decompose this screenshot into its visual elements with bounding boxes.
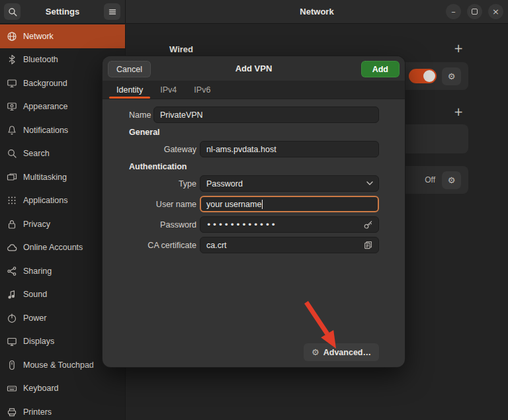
username-value: your username: [206, 200, 261, 209]
sidebar-item-label: Multitasking: [23, 173, 67, 182]
close-button[interactable]: ×: [488, 4, 503, 19]
main-menu-button[interactable]: [104, 3, 120, 20]
sidebar-item-label: Notifications: [23, 126, 68, 135]
hamburger-menu-icon: [108, 7, 117, 17]
tab-identity[interactable]: Identity: [108, 81, 151, 99]
sidebar-item-label: Online Accounts: [23, 243, 83, 252]
sidebar-item-label: Displays: [23, 337, 54, 346]
name-value: PrivateVPN: [160, 110, 203, 120]
advanced-button[interactable]: ⚙ Advanced…: [304, 343, 379, 361]
password-value: ••••••••••••: [206, 220, 276, 230]
gear-icon: ⚙: [312, 348, 319, 357]
wired-section-heading: Wired: [169, 44, 193, 54]
general-section-heading: General: [129, 128, 379, 137]
sidebar-item-keyboard[interactable]: Keyboard: [0, 377, 125, 401]
header-right: Network – ×: [126, 0, 508, 23]
close-icon: ×: [492, 7, 499, 16]
name-input[interactable]: PrivateVPN: [153, 106, 379, 123]
proxy-settings-button[interactable]: ⚙: [442, 171, 461, 189]
header-left: Settings: [0, 0, 126, 23]
cancel-button[interactable]: Cancel: [108, 61, 151, 77]
text-cursor: [262, 200, 263, 209]
authentication-section-heading: Authentication: [129, 162, 379, 171]
globe-icon: [7, 31, 17, 42]
sidebar-item-network[interactable]: Network: [0, 24, 125, 48]
maximize-icon: [472, 9, 478, 15]
monitor-icon: [7, 78, 17, 89]
password-label: Password: [129, 220, 196, 230]
toggle-knob: [423, 70, 435, 82]
name-label: Name: [129, 110, 150, 120]
sidebar-item-label: Power: [23, 314, 46, 323]
printer-icon: [7, 407, 17, 417]
minimize-icon: –: [451, 7, 456, 16]
gateway-value: nl-ams.pvdata.host: [206, 145, 276, 154]
lock-icon: [7, 219, 17, 230]
sidebar-item-label: Background: [23, 79, 67, 88]
ca-certificate-picker[interactable]: ca.crt: [200, 237, 379, 253]
mouse-icon: [7, 360, 17, 370]
add-wired-connection-icon[interactable]: +: [454, 43, 463, 54]
ca-certificate-value: ca.crt: [206, 241, 227, 250]
share-icon: [7, 266, 17, 276]
wired-settings-button[interactable]: ⚙: [442, 67, 461, 85]
proxy-status-label: Off: [425, 175, 435, 185]
sidebar-item-label: Network: [23, 32, 54, 41]
sidebar-item-printers[interactable]: Printers: [0, 400, 125, 420]
add-vpn-icon[interactable]: +: [454, 106, 463, 118]
sidebar-item-label: Bluetooth: [23, 55, 58, 64]
app-grid-icon: [7, 195, 17, 206]
minimize-button[interactable]: –: [446, 4, 461, 19]
type-value: Password: [206, 179, 243, 189]
username-label: User name: [129, 200, 196, 209]
file-picker-icon[interactable]: [363, 237, 373, 253]
sidebar-item-label: Sound: [23, 290, 47, 299]
header-bar: Settings Network – ×: [0, 0, 508, 24]
magnifier-icon: [7, 148, 17, 159]
password-input[interactable]: ••••••••••••: [200, 216, 379, 233]
gear-icon: ⚙: [448, 72, 456, 81]
sidebar-item-label: Printers: [23, 407, 52, 417]
chevron-down-icon: [366, 176, 373, 191]
keyboard-icon: [7, 383, 17, 394]
gateway-input[interactable]: nl-ams.pvdata.host: [200, 141, 379, 157]
add-vpn-dialog: Add VPN Cancel Add Identity IPv4 IPv6 Na…: [103, 56, 405, 367]
tab-ipv4[interactable]: IPv4: [151, 81, 185, 99]
sidebar-item-label: Sharing: [23, 267, 52, 276]
settings-window: Settings Network – × Network Bluetooth: [0, 0, 508, 420]
identity-form: Name PrivateVPN General Gateway nl-ams.p…: [103, 99, 405, 253]
sidebar-item-label: Search: [23, 149, 50, 158]
username-input[interactable]: your username: [200, 196, 379, 212]
ca-certificate-label: CA certificate: [129, 241, 196, 250]
bell-icon: [7, 125, 17, 136]
wired-toggle[interactable]: [409, 69, 437, 83]
maximize-button[interactable]: [467, 4, 482, 19]
sidebar-item-label: Privacy: [23, 220, 50, 229]
display-icon: [7, 336, 17, 347]
power-icon: [7, 313, 17, 323]
add-button[interactable]: Add: [361, 61, 400, 77]
gear-icon: ⚙: [448, 176, 456, 185]
windows-icon: [7, 172, 17, 183]
type-dropdown[interactable]: Password: [200, 175, 379, 192]
appearance-icon: [7, 101, 17, 112]
tab-ipv6[interactable]: IPv6: [185, 81, 219, 99]
sidebar-item-label: Mouse & Touchpad: [23, 360, 94, 370]
type-label: Type: [129, 179, 196, 189]
cloud-icon: [7, 242, 17, 253]
sidebar-item-label: Keyboard: [23, 384, 59, 393]
window-controls: – ×: [446, 4, 503, 19]
dialog-tab-bar: Identity IPv4 IPv6: [103, 81, 405, 99]
bluetooth-icon: [7, 54, 17, 65]
password-key-icon[interactable]: [363, 217, 373, 232]
advanced-button-label: Advanced…: [323, 348, 371, 357]
gateway-label: Gateway: [129, 145, 196, 154]
dialog-header: Add VPN Cancel Add: [103, 56, 405, 81]
music-note-icon: [7, 289, 17, 300]
sidebar-item-label: Applications: [23, 196, 67, 205]
sidebar-item-label: Appearance: [23, 102, 67, 111]
